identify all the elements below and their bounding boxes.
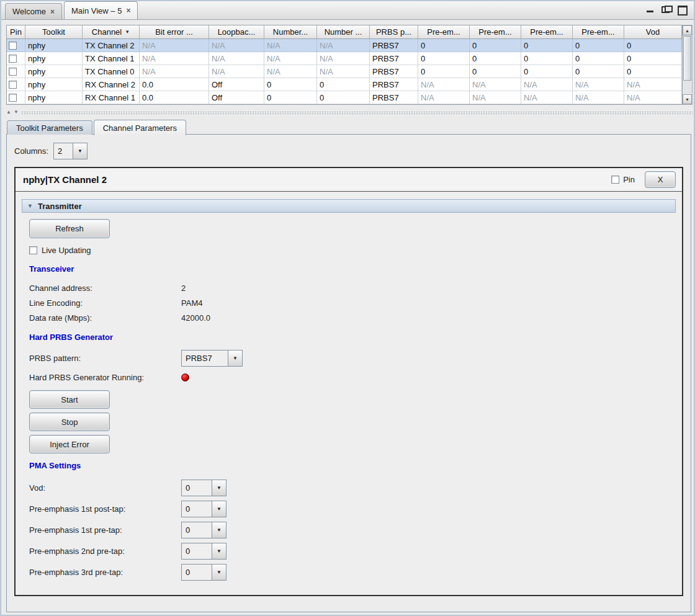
column-header[interactable]: Vod <box>624 25 682 39</box>
table-cell: N/A <box>624 78 682 91</box>
scrollbar-thumb[interactable] <box>683 36 691 81</box>
columns-selector: Columns: 2 ▼ <box>14 142 683 159</box>
scroll-down-button[interactable]: ▼ <box>683 94 692 104</box>
dropdown-arrow-icon[interactable]: ▼ <box>212 522 226 538</box>
close-icon[interactable]: × <box>126 7 130 14</box>
scroll-up-button[interactable]: ▲ <box>683 25 692 35</box>
column-header[interactable]: PRBS p... <box>370 25 418 39</box>
column-header[interactable]: Bit error ... <box>140 25 209 39</box>
pin-cell <box>7 91 25 104</box>
field-label: Data rate (Mbps): <box>29 313 181 323</box>
refresh-button[interactable]: Refresh <box>29 219 110 238</box>
table-cell: N/A <box>264 52 317 65</box>
app-window: Welcome × Main View – 5 × PinToolkitChan… <box>0 0 695 616</box>
close-icon[interactable]: × <box>50 8 55 16</box>
column-header[interactable]: Pin <box>7 25 25 39</box>
pin-checkbox[interactable] <box>611 176 619 184</box>
column-header[interactable]: Number... <box>264 25 317 39</box>
table-row[interactable]: nphyRX Channel 20.0Off00PRBS7N/AN/AN/AN/… <box>7 78 682 91</box>
table-cell: nphy <box>25 91 83 104</box>
table-cell: N/A <box>317 39 370 52</box>
tab-toolkit-parameters[interactable]: Toolkit Parameters <box>7 120 92 135</box>
table-cell: N/A <box>521 78 573 91</box>
pin-checkbox[interactable] <box>9 42 17 50</box>
pin-checkbox[interactable] <box>9 68 17 76</box>
column-header[interactable]: Pre-em... <box>573 25 624 39</box>
tab-welcome[interactable]: Welcome × <box>5 3 62 19</box>
minimize-icon[interactable] <box>646 6 655 13</box>
column-header-label: Pre-em... <box>427 27 460 37</box>
table-cell: 0 <box>624 65 682 78</box>
field-row: Data rate (Mbps):42000.0 <box>29 310 676 325</box>
vertical-scrollbar[interactable]: ▲ ▼ <box>683 25 693 105</box>
channel-panel-body: ▼ Transmitter Refresh Live Updating Tran… <box>16 192 682 587</box>
pma-combo[interactable]: 0▼ <box>181 522 226 538</box>
table-row[interactable]: nphyTX Channel 2N/AN/AN/AN/APRBS700000 <box>7 39 682 52</box>
prbs-pattern-combo[interactable]: PRBS7 ▼ <box>181 350 243 367</box>
pin-cell <box>7 52 25 65</box>
table-cell: nphy <box>25 39 83 52</box>
live-updating-checkbox[interactable] <box>29 246 37 254</box>
table-cell: RX Channel 1 <box>83 91 140 104</box>
field-label: Line Encoding: <box>29 298 181 308</box>
column-header-label: Vod <box>646 27 660 37</box>
transmitter-section-header[interactable]: ▼ Transmitter <box>22 199 676 213</box>
table-cell: N/A <box>140 65 209 78</box>
inject-error-button[interactable]: Inject Error <box>29 435 110 453</box>
live-updating-row[interactable]: Live Updating <box>29 244 676 256</box>
column-header[interactable]: Toolkit <box>25 25 83 39</box>
column-header[interactable]: Loopbac... <box>209 25 264 39</box>
table-row[interactable]: nphyTX Channel 1N/AN/AN/AN/APRBS700000 <box>7 52 682 65</box>
table-row[interactable]: nphyTX Channel 0N/AN/AN/AN/APRBS700000 <box>7 65 682 78</box>
dropdown-arrow-icon[interactable]: ▼ <box>212 543 226 559</box>
pin-cell <box>7 39 25 52</box>
pma-combo[interactable]: 0▼ <box>181 480 226 496</box>
table-cell: TX Channel 1 <box>83 52 140 65</box>
pin-checkbox[interactable] <box>9 94 17 102</box>
tab-channel-parameters[interactable]: Channel Parameters <box>94 120 186 135</box>
dropdown-arrow-icon[interactable]: ▼ <box>212 565 226 580</box>
column-header[interactable]: Pre-em... <box>470 25 521 39</box>
table-row[interactable]: nphyRX Channel 10.0Off00PRBS7N/AN/AN/AN/… <box>7 91 682 104</box>
dropdown-arrow-icon[interactable]: ▼ <box>73 143 87 159</box>
table-cell: 0 <box>264 91 317 104</box>
pma-combo[interactable]: 0▼ <box>181 543 226 560</box>
pma-combo[interactable]: 0▼ <box>181 564 226 581</box>
column-header-label: Pre-em... <box>530 27 563 37</box>
pin-label: Pin <box>623 175 635 184</box>
window-controls <box>646 6 694 19</box>
tab-main-view[interactable]: Main View – 5 × <box>64 1 138 19</box>
field-label: Pre-emphasis 2nd pre-tap: <box>29 547 181 556</box>
field-label: Vod: <box>29 483 181 493</box>
restore-icon[interactable] <box>661 6 671 13</box>
start-button[interactable]: Start <box>29 390 110 409</box>
scrollbar-track[interactable] <box>683 81 692 94</box>
prbs-running-row: Hard PRBS Generator Running: <box>29 368 676 386</box>
stop-button[interactable]: Stop <box>29 413 110 431</box>
pin-checkbox[interactable] <box>9 55 17 63</box>
table-cell: 0 <box>624 52 682 65</box>
column-header[interactable]: Pre-em... <box>521 25 573 39</box>
close-panel-button[interactable]: X <box>645 171 676 188</box>
maximize-icon[interactable] <box>677 6 686 13</box>
dropdown-arrow-icon[interactable]: ▼ <box>212 480 226 496</box>
splitter-grip[interactable] <box>21 111 693 114</box>
transceiver-fields: Channel address:2Line Encoding:PAM4Data … <box>29 280 676 325</box>
dropdown-arrow-icon[interactable]: ▼ <box>228 350 242 366</box>
collapse-triangle-icon[interactable]: ▼ <box>27 203 33 209</box>
splitter[interactable]: ▲ ▼ <box>6 108 693 117</box>
field-row: Pre-emphasis 1st pre-tap:0▼ <box>29 519 676 540</box>
column-header[interactable]: Channel▼ <box>83 25 140 39</box>
columns-combo[interactable]: 2 ▼ <box>53 143 87 159</box>
splitter-up-icon[interactable]: ▲ <box>6 110 11 115</box>
splitter-down-icon[interactable]: ▼ <box>14 110 19 115</box>
table-cell: nphy <box>25 65 83 78</box>
dropdown-arrow-icon[interactable]: ▼ <box>212 501 226 517</box>
pin-checkbox[interactable] <box>9 81 17 89</box>
column-header[interactable]: Pre-em... <box>418 25 470 39</box>
pma-combo[interactable]: 0▼ <box>181 501 226 517</box>
column-header[interactable]: Number ... <box>317 25 370 39</box>
table-cell: N/A <box>521 91 573 104</box>
table-cell: 0 <box>470 52 521 65</box>
pin-checkbox-row[interactable]: Pin <box>611 175 635 184</box>
